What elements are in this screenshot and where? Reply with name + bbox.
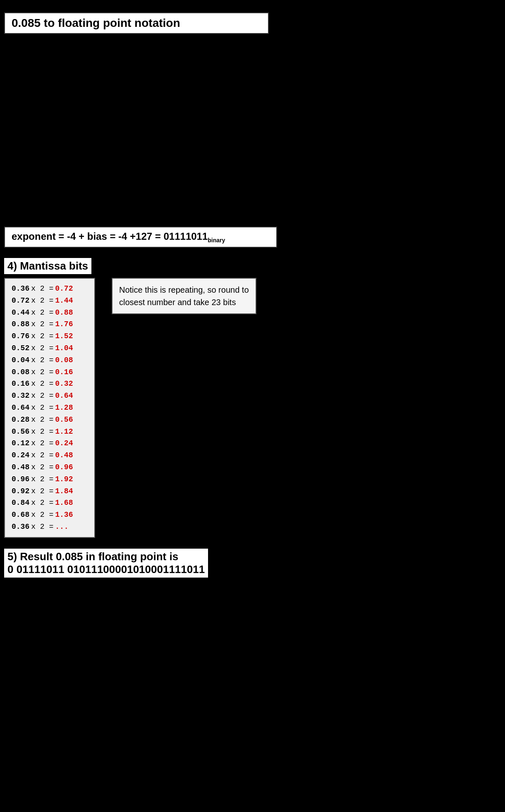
- mantissa-row: 0.36 x 2 = 0.72: [12, 283, 88, 295]
- mantissa-row: 0.16 x 2 = 0.32: [12, 378, 88, 390]
- mantissa-row: 0.56 x 2 = 1.12: [12, 426, 88, 438]
- mantissa-row: 0.32 x 2 = 0.64: [12, 390, 88, 402]
- mantissa-row: 0.52 x 2 = 1.04: [12, 342, 88, 354]
- mantissa-row: 0.92 x 2 = 1.84: [12, 485, 88, 497]
- mantissa-row: 0.84 x 2 = 1.68: [12, 497, 88, 509]
- notice-box: Notice this is repeating, so round to cl…: [112, 278, 256, 314]
- mantissa-row: 0.48 x 2 = 0.96: [12, 461, 88, 473]
- result-section: 5) Result 0.085 in floating point is 0 0…: [4, 549, 208, 578]
- exponent-text: exponent = -4 + bias = -4 +127 = 0111101…: [12, 231, 225, 242]
- notice-line1: Notice this is repeating, so round to: [119, 285, 249, 294]
- binary-repr-value: 0.010111000010100011...: [103, 332, 200, 341]
- mantissa-row: 0.96 x 2 = 1.92: [12, 473, 88, 485]
- title-box: 0.085 to floating point notation: [4, 12, 269, 34]
- mantissa-section: 0.36 x 2 = 0.720.72 x 2 = 1.440.44 x 2 =…: [4, 278, 256, 538]
- title-text: 0.085 to floating point notation: [12, 17, 180, 29]
- mantissa-row: 0.04 x 2 = 0.08: [12, 354, 88, 366]
- mantissa-row: 0.24 x 2 = 0.48: [12, 449, 88, 461]
- mantissa-row: 0.36 x 2 = ...: [12, 521, 88, 533]
- notice-line2: closest number and take 23 bits: [119, 298, 236, 307]
- mantissa-row: 0.76 x 2 = 1.52: [12, 330, 88, 342]
- mantissa-row: 0.28 x 2 = 0.56: [12, 414, 88, 426]
- result-line2: 0 01111011 01011100001010001111011: [7, 563, 205, 576]
- binary-repr: binary representation of 0.085: 0.010111…: [103, 322, 256, 342]
- binary-repr-label: binary representation of 0.085:: [103, 322, 224, 332]
- mantissa-row: 0.68 x 2 = 1.36: [12, 509, 88, 521]
- mantissa-heading: 4) Mantissa bits: [4, 258, 91, 274]
- mantissa-row: 0.12 x 2 = 0.24: [12, 437, 88, 449]
- result-line1: 5) Result 0.085 in floating point is: [7, 550, 205, 563]
- mantissa-row: 0.44 x 2 = 0.88: [12, 307, 88, 319]
- mantissa-row: 0.64 x 2 = 1.28: [12, 402, 88, 414]
- mantissa-table: 0.36 x 2 = 0.720.72 x 2 = 1.440.44 x 2 =…: [4, 278, 95, 538]
- mantissa-row: 0.72 x 2 = 1.44: [12, 295, 88, 307]
- mantissa-row: 0.88 x 2 = 1.76: [12, 318, 88, 330]
- mantissa-row: 0.08 x 2 = 0.16: [12, 366, 88, 378]
- exponent-box: exponent = -4 + bias = -4 +127 = 0111101…: [4, 227, 277, 248]
